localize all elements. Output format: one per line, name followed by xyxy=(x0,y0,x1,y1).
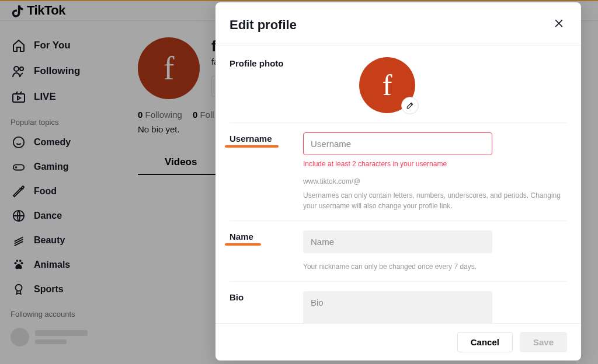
username-url: www.tiktok.com/@ xyxy=(303,176,567,187)
close-icon xyxy=(553,18,565,29)
pencil-icon xyxy=(406,102,414,110)
edit-avatar-button[interactable] xyxy=(401,97,419,114)
bio-input[interactable] xyxy=(303,291,492,323)
profile-photo-label: Profile photo xyxy=(230,57,303,113)
username-error: Include at least 2 characters in your us… xyxy=(303,160,567,168)
cancel-button[interactable]: Cancel xyxy=(457,332,513,352)
name-label: Name xyxy=(230,230,303,272)
bio-label: Bio xyxy=(230,291,303,323)
close-button[interactable] xyxy=(551,15,567,34)
name-help: Your nickname can only be changed once e… xyxy=(303,261,567,272)
annotation-underline xyxy=(225,243,261,246)
edit-profile-modal: Edit profile Profile photo f Username xyxy=(215,2,581,360)
username-label: Username xyxy=(230,132,303,211)
modal-title: Edit profile xyxy=(230,18,297,33)
annotation-underline xyxy=(225,145,279,148)
name-input[interactable] xyxy=(303,230,492,253)
username-help: Usernames can only contain letters, numb… xyxy=(303,190,567,211)
save-button[interactable]: Save xyxy=(520,332,567,352)
username-input[interactable] xyxy=(303,132,492,155)
